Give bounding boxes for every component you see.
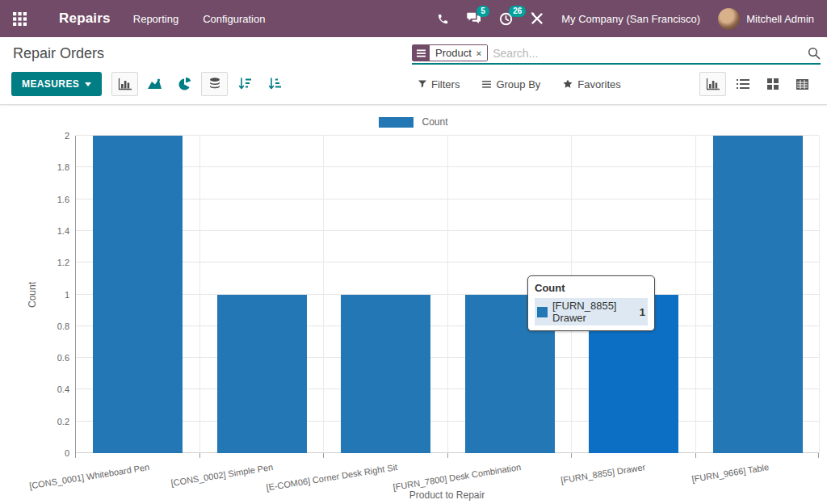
hamburger-icon [417, 49, 426, 57]
x-tick-mark [323, 453, 324, 458]
search-input[interactable] [493, 47, 808, 60]
legend-swatch [379, 117, 414, 128]
facet-remove-icon[interactable]: × [476, 48, 481, 58]
favorites-menu[interactable]: Favorites [563, 78, 620, 90]
control-panel: Repair Orders Product × MEASU [0, 37, 827, 105]
graph-view: Count 00.20.40.60.811.21.41.61.82 [CONS_… [0, 105, 827, 504]
measures-button[interactable]: MEASURES [11, 72, 102, 96]
y-tick-label: 1.2 [57, 258, 69, 267]
y-tick-label: 1 [65, 290, 69, 300]
group-by-facet-icon [413, 45, 430, 61]
group-by-label: Group By [496, 78, 540, 90]
tooltip-title: Count [535, 282, 648, 294]
grid-line-v [323, 136, 324, 453]
bar-6[interactable] [713, 136, 803, 453]
x-axis-title: Product to Repair [75, 489, 819, 501]
phone-icon-glyph [437, 13, 449, 25]
filter-icon [418, 80, 426, 88]
chart-type-bar-button[interactable] [111, 72, 138, 96]
phone-icon[interactable] [437, 13, 449, 25]
activities-icon[interactable]: 26 [499, 12, 513, 26]
measures-label: MEASURES [22, 78, 79, 90]
top-navbar: Repairs Reporting Configuration 5 26 [0, 0, 827, 37]
y-tick-label: 0 [65, 448, 69, 458]
grid-line-v [819, 136, 820, 453]
database-stack-icon [208, 78, 221, 90]
search-bar[interactable]: Product × [412, 43, 821, 65]
facet-label: Product [435, 47, 472, 59]
sort-desc-icon [238, 78, 251, 90]
tooltip-swatch [537, 307, 548, 317]
x-tick-mark [695, 453, 696, 458]
bar-1[interactable] [93, 136, 183, 453]
x-tick-mark [571, 453, 572, 458]
list-view-icon [737, 79, 749, 90]
tooltip-label: [FURN_8855] Drawer [552, 300, 635, 324]
chart-type-line-button[interactable] [141, 72, 168, 96]
view-list-button[interactable] [729, 72, 756, 96]
menu-reporting[interactable]: Reporting [132, 10, 180, 28]
view-graph-button[interactable] [699, 72, 726, 96]
y-axis-title: Count [27, 246, 38, 343]
sort-asc-button[interactable] [261, 72, 288, 96]
grid-line-v [199, 136, 200, 453]
group-by-icon [482, 81, 491, 88]
y-tick-label: 1.8 [57, 162, 69, 172]
stacked-toggle-button[interactable] [201, 72, 228, 96]
user-menu[interactable]: Mitchell Admin [718, 8, 814, 30]
bar-chart-icon [118, 78, 132, 90]
filters-menu[interactable]: Filters [418, 78, 460, 90]
x-tick-mark [447, 453, 448, 458]
grid-line-v [447, 136, 448, 453]
star-icon [563, 79, 573, 89]
graph-view-icon [706, 78, 720, 90]
sort-asc-icon [268, 78, 281, 90]
area-chart-icon [148, 78, 162, 90]
tools-icon[interactable] [531, 12, 544, 25]
group-by-menu[interactable]: Group By [482, 78, 540, 90]
app-name[interactable]: Repairs [59, 10, 111, 27]
chart-type-pie-button[interactable] [171, 72, 198, 96]
plot-area [75, 136, 819, 453]
x-tick-mark [818, 453, 819, 458]
x-tick-mark [75, 453, 76, 458]
activities-badge: 26 [509, 6, 526, 17]
tooltip-row: [FURN_8855] Drawer 1 [535, 298, 648, 326]
crossed-tools-icon [531, 12, 544, 25]
menu-configuration[interactable]: Configuration [201, 10, 267, 28]
y-tick-label: 0.2 [57, 417, 69, 426]
pivot-view-icon [796, 79, 808, 90]
pie-chart-icon [178, 78, 191, 90]
chart-tooltip: Count [FURN_8855] Drawer 1 [527, 275, 655, 331]
caret-down-icon [85, 82, 91, 86]
view-kanban-button[interactable] [759, 72, 786, 96]
page-title: Repair Orders [13, 45, 104, 61]
bar-2[interactable] [217, 295, 307, 454]
bar-3[interactable] [341, 295, 430, 454]
x-tick-mark [199, 453, 200, 458]
grid-icon [13, 12, 27, 26]
user-name: Mitchell Admin [746, 13, 814, 25]
y-tick-label: 2 [65, 131, 69, 141]
legend-item-count[interactable]: Count [0, 116, 827, 128]
search-icon[interactable] [808, 47, 821, 60]
search-facet-product[interactable]: Product × [412, 44, 488, 61]
y-tick-label: 1.4 [57, 226, 69, 236]
avatar [718, 8, 740, 30]
legend-label: Count [422, 116, 447, 128]
filters-label: Filters [431, 78, 460, 90]
tooltip-value: 1 [640, 306, 645, 318]
sort-desc-button[interactable] [231, 72, 258, 96]
y-tick-label: 0.6 [57, 353, 69, 363]
messages-icon[interactable]: 5 [467, 12, 481, 25]
apps-menu-icon[interactable] [13, 12, 27, 26]
favorites-label: Favorites [577, 78, 620, 90]
kanban-view-icon [767, 78, 779, 90]
y-tick-label: 0.8 [57, 321, 69, 331]
messages-badge: 5 [476, 6, 489, 17]
grid-line-v [695, 136, 696, 453]
company-switcher[interactable]: My Company (San Francisco) [561, 13, 700, 25]
y-tick-label: 0.4 [57, 384, 69, 394]
y-tick-label: 1.6 [57, 195, 69, 204]
view-pivot-button[interactable] [789, 72, 816, 96]
